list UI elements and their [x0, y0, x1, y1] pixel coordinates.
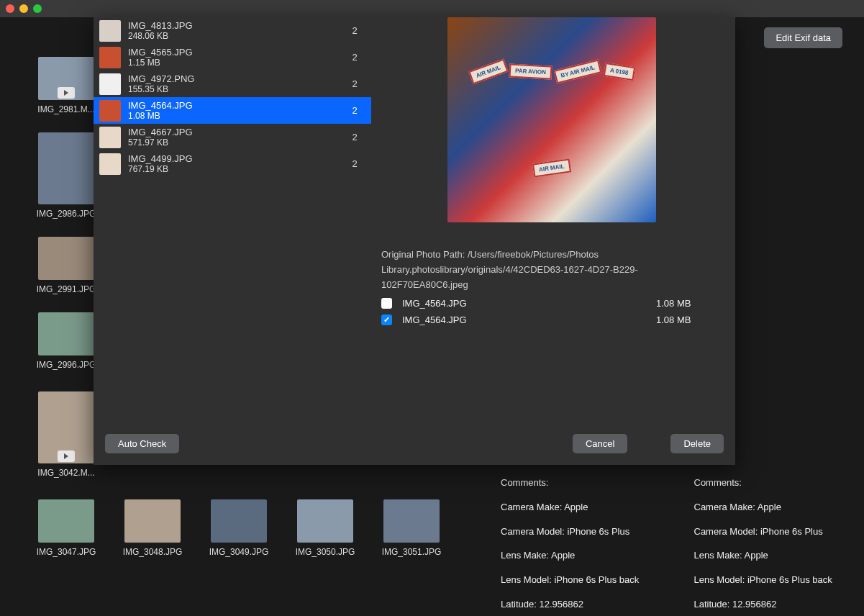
file-count: 2 [344, 158, 365, 169]
thumbnail-image [38, 237, 94, 280]
thumbnail-label: IMG_3047.JPG [37, 547, 96, 557]
thumbnail-item[interactable]: IMG_2981.M... [33, 57, 99, 114]
duplicate-checkbox[interactable] [381, 314, 392, 325]
file-size: 248.06 KB [128, 31, 344, 41]
thumbnail-label: IMG_2991.JPG [37, 284, 96, 294]
file-size: 571.97 KB [128, 137, 344, 148]
meta-camera-make: Camera Make: Apple [694, 495, 852, 520]
metadata-col-left: Comments: Camera Make: Apple Camera Mode… [501, 471, 658, 616]
thumbnail-image [38, 312, 94, 355]
meta-camera-model: Camera Model: iPhone 6s Plus [501, 520, 658, 544]
thumbnail-image [38, 57, 94, 100]
file-row[interactable]: IMG_4564.JPG1.08 MB2 [94, 97, 371, 124]
file-count: 2 [344, 52, 365, 63]
duplicate-checkbox[interactable] [381, 298, 392, 309]
sticker-label: AIR MAIL [468, 59, 508, 84]
file-thumbnail [99, 100, 121, 122]
duplicate-row: IMG_4564.JPG1.08 MB [381, 314, 721, 325]
meta-comments: Comments: [694, 471, 852, 495]
sticker-label: PAR AVION [509, 63, 552, 79]
meta-lens-make: Lens Make: Apple [694, 543, 852, 568]
original-photo-path: Original Photo Path: /Users/fireebok/Pic… [381, 248, 721, 292]
meta-lens-make: Lens Make: Apple [501, 543, 658, 568]
sticker-label: AIR MAIL [532, 159, 571, 178]
thumbnail-image [38, 132, 94, 204]
thumbnail-item[interactable]: IMG_3049.JPG [206, 499, 272, 557]
file-count: 2 [344, 105, 365, 116]
file-name: IMG_4499.JPG [128, 153, 344, 165]
thumbnail-image [38, 391, 94, 463]
duplicate-size: 1.08 MB [656, 314, 721, 325]
thumbnail-item[interactable]: IMG_2996.JPG [33, 312, 99, 370]
thumbnail-item[interactable]: IMG_3047.JPG [33, 499, 99, 557]
file-info: IMG_4564.JPG1.08 MB [128, 100, 344, 122]
file-name: IMG_4813.JPG [128, 20, 344, 32]
window-titlebar [0, 0, 864, 17]
main-content: Edit Exif data IMG_2981.M...IMG_2986.JPG… [0, 17, 864, 616]
thumbnail-image [211, 499, 267, 543]
meta-camera-make: Camera Make: Apple [501, 495, 658, 520]
file-thumbnail [99, 127, 121, 148]
file-size: 1.15 MB [128, 58, 344, 68]
file-row[interactable]: IMG_4813.JPG248.06 KB2 [94, 17, 371, 44]
meta-lens-model: Lens Model: iPhone 6s Plus back [694, 568, 852, 592]
file-count: 2 [344, 25, 365, 36]
duplicate-size: 1.08 MB [656, 298, 721, 309]
thumbnail-item[interactable]: IMG_3051.JPG [378, 499, 445, 557]
file-row[interactable]: IMG_4499.JPG767.19 KB2 [94, 150, 371, 177]
thumbnail-label: IMG_2981.M... [37, 104, 94, 114]
minimize-icon[interactable] [19, 4, 28, 13]
thumbnail-label: IMG_3049.JPG [209, 547, 269, 557]
file-thumbnail [99, 73, 121, 95]
file-info: IMG_4813.JPG248.06 KB [128, 20, 344, 42]
file-list: IMG_4813.JPG248.06 KB2IMG_4565.JPG1.15 M… [94, 17, 371, 420]
thumbnail-image [124, 499, 181, 543]
duplicate-finder-modal: IMG_4813.JPG248.06 KB2IMG_4565.JPG1.15 M… [94, 17, 735, 465]
duplicate-name: IMG_4564.JPG [402, 314, 646, 325]
file-thumbnail [99, 153, 121, 175]
file-row[interactable]: IMG_4565.JPG1.15 MB2 [94, 44, 371, 71]
file-count: 2 [344, 132, 365, 142]
file-thumbnail [99, 47, 121, 68]
thumbnail-item[interactable]: IMG_2991.JPG [33, 237, 99, 294]
meta-camera-model: Camera Model: iPhone 6s Plus [694, 520, 852, 544]
meta-comments: Comments: [501, 471, 658, 495]
thumbnail-label: IMG_3051.JPG [382, 547, 442, 557]
file-info: IMG_4499.JPG767.19 KB [128, 153, 344, 175]
file-size: 1.08 MB [128, 111, 344, 121]
close-icon[interactable] [6, 4, 14, 13]
sticker-label: A 0198 [604, 63, 635, 81]
file-size: 155.35 KB [128, 84, 344, 94]
duplicate-name: IMG_4564.JPG [402, 298, 646, 309]
meta-latitude: Latitude: 12.956862 [501, 592, 658, 616]
file-name: IMG_4667.JPG [128, 127, 344, 138]
thumbnail-label: IMG_3048.JPG [123, 547, 183, 557]
play-icon [58, 87, 75, 99]
thumbnail-label: IMG_2986.JPG [37, 209, 96, 219]
meta-lens-model: Lens Model: iPhone 6s Plus back [501, 568, 658, 592]
duplicate-row: IMG_4564.JPG1.08 MB [381, 298, 721, 309]
modal-buttons: Auto Check Cancel Delete [105, 434, 724, 453]
metadata-dual-columns: Comments: Camera Make: Apple Camera Mode… [501, 471, 851, 616]
file-row[interactable]: IMG_4972.PNG155.35 KB2 [94, 71, 371, 97]
cancel-button[interactable]: Cancel [573, 434, 627, 453]
sticker-label: BY AIR MAIL [554, 59, 602, 83]
thumbnail-label: IMG_2996.JPG [37, 360, 96, 370]
thumbnail-item[interactable]: IMG_3050.JPG [292, 499, 358, 557]
file-name: IMG_4565.JPG [128, 47, 344, 58]
play-icon [58, 450, 75, 462]
thumbnail-label: IMG_3042.M... [37, 468, 94, 478]
thumbnail-item[interactable]: IMG_3042.M... [33, 391, 99, 478]
thumbnail-item[interactable]: IMG_2986.JPG [33, 132, 99, 219]
thumbnail-item[interactable]: IMG_3048.JPG [119, 499, 186, 557]
maximize-icon[interactable] [33, 4, 42, 13]
thumbnail-image [383, 499, 440, 543]
file-row[interactable]: IMG_4667.JPG571.97 KB2 [94, 124, 371, 150]
file-count: 2 [344, 78, 365, 89]
meta-latitude: Latitude: 12.956862 [694, 592, 852, 616]
file-info: IMG_4972.PNG155.35 KB [128, 73, 344, 95]
file-size: 767.19 KB [128, 164, 344, 174]
duplicate-list: IMG_4564.JPG1.08 MBIMG_4564.JPG1.08 MB [381, 298, 721, 331]
auto-check-button[interactable]: Auto Check [105, 434, 179, 453]
delete-button[interactable]: Delete [670, 434, 724, 453]
